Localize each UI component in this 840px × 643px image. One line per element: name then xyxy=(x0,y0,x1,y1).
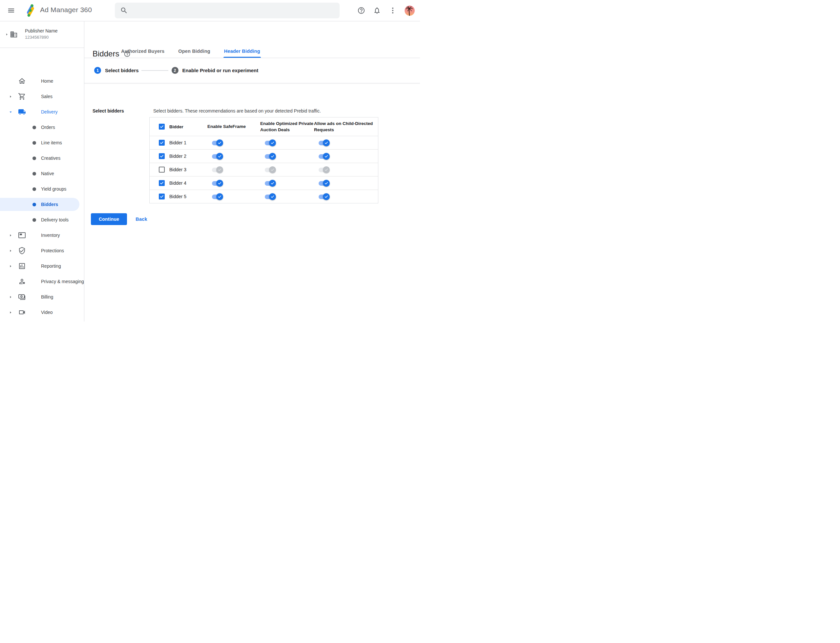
help-icon[interactable] xyxy=(357,7,365,15)
cell-child-directed xyxy=(314,193,378,200)
search-bar[interactable] xyxy=(115,3,340,18)
toggle-thumb xyxy=(216,180,223,187)
optimized-deals-toggle[interactable] xyxy=(265,139,276,146)
sidebar-item-orders[interactable]: Orders xyxy=(0,120,84,135)
sidebar-item-video[interactable]: Video xyxy=(0,305,84,320)
row-checkbox[interactable] xyxy=(159,140,165,146)
table-row-bidder-2: Bidder 2 xyxy=(150,149,378,163)
sidebar-item-label: Delivery tools xyxy=(41,217,69,222)
row-checkbox[interactable] xyxy=(159,180,165,186)
videocam-icon xyxy=(18,308,26,316)
cell-child-directed xyxy=(314,153,378,160)
step-enable-prebid-or-run-experiment: 2Enable Prebid or run experiment xyxy=(172,67,258,74)
sidebar-item-privacy-messaging[interactable]: Privacy & messaging xyxy=(0,274,84,289)
cell-optimized-deals xyxy=(260,153,314,160)
child-directed-toggle[interactable] xyxy=(319,193,330,200)
ad-manager-logo xyxy=(23,3,38,18)
sidebar-item-reporting[interactable]: Reporting xyxy=(0,258,84,274)
publisher-id: 1234567890 xyxy=(25,35,49,40)
header-cell-bidder: Bidder xyxy=(150,124,208,130)
bidder-name: Bidder 1 xyxy=(169,140,186,145)
header-cell-enable-safeframe: Enable SafeFrame xyxy=(208,123,260,130)
row-checkbox[interactable] xyxy=(159,166,165,173)
back-link[interactable]: Back xyxy=(136,217,147,222)
sidebar-item-delivery-tools[interactable]: Delivery tools xyxy=(0,212,84,228)
sidebar-item-label: Native xyxy=(41,171,54,176)
tab-open-bidding[interactable]: Open Bidding xyxy=(178,49,210,58)
toggle-thumb xyxy=(323,153,330,160)
publisher-switcher[interactable]: Publisher Name 1234567890 xyxy=(0,21,84,48)
bidders-table: BidderEnable SafeFrameEnable Optimized P… xyxy=(149,117,378,203)
child-directed-toggle[interactable] xyxy=(319,180,330,187)
sidebar-item-delivery[interactable]: Delivery xyxy=(0,104,84,120)
row-cell-bidder: Bidder 4 xyxy=(150,180,208,186)
sidebar-item-home[interactable]: Home xyxy=(0,73,84,89)
sidebar-item-bidders[interactable]: Bidders xyxy=(0,197,84,212)
child-directed-toggle[interactable] xyxy=(319,153,330,160)
sidebar-item-native[interactable]: Native xyxy=(0,166,84,181)
row-cell-bidder: Bidder 3 xyxy=(150,166,208,173)
cell-child-directed xyxy=(314,139,378,146)
toggle-thumb xyxy=(216,153,223,160)
bidder-name: Bidder 4 xyxy=(169,180,186,186)
sidebar-item-label: Video xyxy=(41,310,53,315)
sidebar-item-inventory[interactable]: Inventory xyxy=(0,228,84,243)
safeframe-toggle[interactable] xyxy=(212,180,223,187)
optimized-deals-toggle[interactable] xyxy=(265,153,276,160)
building-icon xyxy=(10,31,18,38)
sidebar-item-label: Bidders xyxy=(41,202,58,207)
cell-safeframe xyxy=(208,153,260,160)
caret-right-icon xyxy=(9,249,13,253)
row-checkbox[interactable] xyxy=(159,153,165,159)
sidebar-item-creatives[interactable]: Creatives xyxy=(0,150,84,166)
sidebar-item-sales[interactable]: Sales xyxy=(0,89,84,104)
child-directed-toggle[interactable] xyxy=(319,139,330,146)
step-select-bidders: 1Select bidders xyxy=(94,67,139,74)
stepper: 1Select bidders2Enable Prebid or run exp… xyxy=(84,58,420,83)
header-cell-enable-optimized-private-auction-deals: Enable Optimized Private Auction Deals xyxy=(260,121,314,133)
search-input[interactable] xyxy=(132,3,337,19)
optimized-deals-toggle[interactable] xyxy=(265,180,276,187)
cell-safeframe xyxy=(208,139,260,146)
caret-right-icon xyxy=(9,311,13,314)
sidebar-item-admin[interactable]: Admin xyxy=(0,320,84,322)
select-all-checkbox[interactable] xyxy=(159,124,165,130)
user-avatar[interactable] xyxy=(405,6,415,16)
safeframe-toggle[interactable] xyxy=(212,193,223,200)
safeframe-toggle[interactable] xyxy=(212,153,223,160)
bullet-icon xyxy=(33,141,36,145)
product-name: Ad Manager 360 xyxy=(40,6,92,14)
continue-button[interactable]: Continue xyxy=(91,213,127,225)
tab-authorized-buyers[interactable]: Authorized Buyers xyxy=(121,49,164,58)
bullet-icon xyxy=(33,126,36,129)
row-checkbox[interactable] xyxy=(159,194,165,199)
section-description: Select bidders. These recommendations ar… xyxy=(153,108,321,114)
bidder-name: Bidder 5 xyxy=(169,194,186,199)
cell-safeframe xyxy=(208,193,260,200)
optimized-deals-toggle xyxy=(265,166,276,173)
table-row-bidder-1: Bidder 1 xyxy=(150,136,378,149)
tab-header-bidding[interactable]: Header Bidding xyxy=(224,49,260,58)
optimized-deals-toggle[interactable] xyxy=(265,193,276,200)
safeframe-toggle xyxy=(212,166,223,173)
toggle-thumb xyxy=(216,139,223,146)
sidebar-item-line-items[interactable]: Line items xyxy=(0,135,84,150)
caret-right-icon xyxy=(9,295,13,299)
row-cell-bidder: Bidder 2 xyxy=(150,153,208,159)
more-vert-icon[interactable] xyxy=(389,7,397,15)
safeframe-toggle[interactable] xyxy=(212,139,223,146)
sidebar-item-protections[interactable]: Protections xyxy=(0,243,84,258)
hamburger-menu-icon[interactable] xyxy=(7,7,15,15)
sidebar-item-label: Line items xyxy=(41,140,62,145)
toggle-thumb xyxy=(323,166,330,173)
column-header: Allow ads on Child-Directed Requests xyxy=(314,121,373,132)
tab-bar: Authorized BuyersOpen BiddingHeader Bidd… xyxy=(84,46,420,58)
sidebar-item-yield-groups[interactable]: Yield groups xyxy=(0,181,84,197)
column-header: Bidder xyxy=(169,124,183,129)
top-app-bar: Ad Manager 360 xyxy=(0,0,420,21)
person-badge-icon xyxy=(18,277,26,286)
cell-child-directed xyxy=(314,180,378,187)
toggle-thumb xyxy=(269,166,276,173)
notifications-bell-icon[interactable] xyxy=(373,7,381,15)
sidebar-item-billing[interactable]: Billing xyxy=(0,289,84,305)
